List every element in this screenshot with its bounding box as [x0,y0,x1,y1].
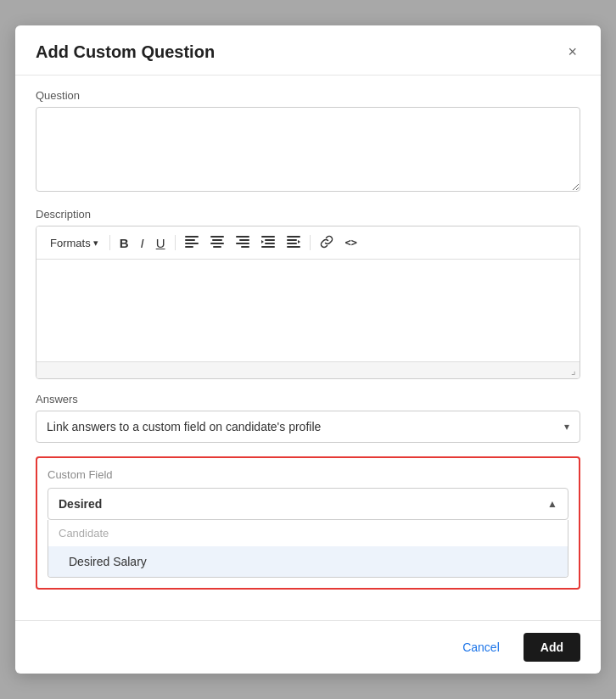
editor-footer: ⌟ [36,361,580,378]
dropdown-group-label: Candidate [48,520,568,546]
italic-button[interactable]: I [136,233,149,253]
svg-rect-11 [241,246,249,248]
svg-rect-17 [287,236,300,238]
bold-button[interactable]: B [115,233,134,253]
modal-title: Add Custom Question [36,42,215,62]
svg-marker-16 [261,240,264,243]
svg-marker-21 [298,240,300,243]
align-right-button[interactable] [231,232,255,253]
description-label: Description [36,208,580,221]
svg-rect-12 [261,236,275,238]
modal-body: Question Description Formats ▾ B I U [15,75,601,620]
close-button[interactable]: × [564,41,580,63]
svg-rect-19 [287,243,297,244]
svg-rect-20 [287,246,300,248]
link-button[interactable] [315,232,339,254]
toolbar-divider-2 [175,235,176,250]
toolbar-divider-1 [109,235,110,250]
svg-rect-10 [236,243,249,244]
code-button[interactable]: <> [340,234,362,251]
add-button[interactable]: Add [524,633,580,662]
modal-footer: Cancel Add [15,620,601,674]
cancel-button[interactable]: Cancel [449,634,513,661]
align-left-button[interactable] [180,232,204,253]
answers-dropdown[interactable]: Link answers to a custom field on candid… [36,411,580,443]
toolbar-divider-3 [310,235,311,250]
custom-field-label: Custom Field [48,468,568,481]
formats-button[interactable]: Formats ▾ [43,233,105,253]
question-textarea[interactable] [36,107,580,192]
editor-toolbar: Formats ▾ B I U [36,226,580,260]
svg-rect-2 [185,243,199,244]
answers-dropdown-value: Link answers to a custom field on candid… [47,420,321,433]
custom-field-value: Desired [59,497,102,511]
resize-handle-icon: ⌟ [571,365,576,377]
answers-chevron-down-icon: ▾ [564,421,569,433]
svg-rect-5 [212,239,222,241]
dropdown-item-desired-salary[interactable]: Desired Salary [48,546,568,577]
custom-field-section: Custom Field Desired ▲ Candidate Desired… [36,456,580,590]
question-section: Question [36,89,580,194]
svg-rect-4 [210,236,224,238]
svg-rect-3 [185,246,193,248]
custom-field-dropdown[interactable]: Desired ▲ [48,488,568,520]
rich-text-editor: Formats ▾ B I U [36,226,580,379]
question-label: Question [36,89,580,102]
answers-section: Answers Link answers to a custom field o… [36,393,580,443]
svg-rect-15 [261,246,275,248]
svg-rect-7 [213,246,221,248]
underline-button[interactable]: U [151,233,171,253]
align-center-button[interactable] [205,232,229,253]
modal-header: Add Custom Question × [15,25,601,75]
description-section: Description Formats ▾ B I U [36,208,580,379]
svg-rect-13 [265,239,275,241]
svg-rect-6 [210,243,224,244]
svg-rect-1 [185,239,195,241]
answers-label: Answers [36,393,580,405]
svg-rect-18 [287,239,297,241]
indent-left-button[interactable] [256,232,280,253]
custom-field-chevron-up-icon: ▲ [547,498,557,510]
svg-rect-8 [236,236,249,238]
add-custom-question-modal: Add Custom Question × Question Descripti… [15,25,601,674]
svg-rect-0 [185,236,199,238]
indent-right-button[interactable] [282,232,305,253]
svg-rect-14 [265,243,275,244]
svg-rect-9 [239,239,249,241]
description-editor-content[interactable] [36,260,580,361]
custom-field-dropdown-list: Candidate Desired Salary [48,520,568,578]
